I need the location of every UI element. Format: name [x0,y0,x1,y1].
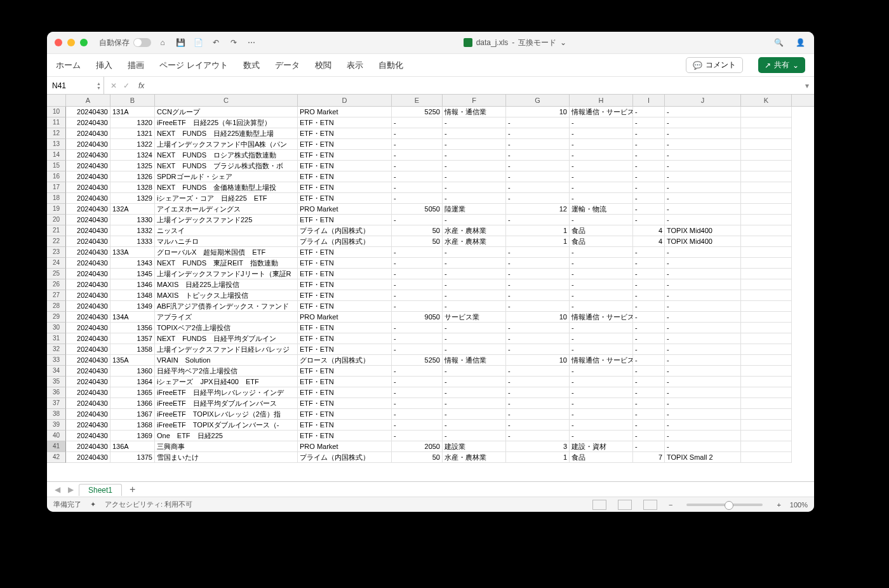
table-row[interactable]: 39202404301368iFreeETF TOPIXダブルインバース（-ET… [47,420,814,431]
cell[interactable]: iFreeETF 日経平均レバレッジ・インデ [155,387,298,398]
cell[interactable]: 1333 [110,236,155,247]
cell[interactable]: 雪国まいたけ [155,452,298,463]
table-row[interactable]: 30202404301356TOPIXベア2倍上場投信ETF・ETN------ [47,323,814,333]
cell[interactable]: - [633,312,665,323]
cell[interactable]: 20240430 [66,377,110,387]
cell[interactable]: ETF・ETN [298,161,392,171]
cell[interactable] [741,355,792,366]
table-row[interactable]: 42202404301375雪国まいたけプライム（内国株式）50水産・農林業1食… [47,452,814,463]
cell[interactable]: - [506,150,570,161]
cell[interactable]: 1 [506,236,570,247]
name-box[interactable]: N41 ▲▼ [47,77,104,94]
select-all-corner[interactable] [47,95,66,106]
cell[interactable]: - [665,171,741,182]
row-header[interactable]: 17 [47,182,66,193]
cell[interactable]: 20240430 [66,171,110,182]
cell[interactable]: iFreeETF TOPIXレバレッジ（2倍）指 [155,409,298,420]
table-row[interactable]: 32202404301358上場インデックスファンド日経レバレッジETF・ETN… [47,344,814,355]
cell[interactable]: - [665,355,741,366]
row-header[interactable]: 21 [47,225,66,236]
cell[interactable]: 20240430 [66,269,110,279]
cell[interactable]: 日経平均ベア2倍上場投信 [155,366,298,377]
cell[interactable]: - [392,323,443,333]
cell[interactable]: - [506,161,570,171]
table-row[interactable]: 26202404301346MAXIS 日経225上場投信ETF・ETN----… [47,279,814,290]
cell[interactable]: 1 [506,452,570,463]
cell[interactable]: MAXIS トピックス上場投信 [155,290,298,301]
row-header[interactable]: 15 [47,161,66,171]
cell[interactable]: 情報通信・サービス [570,312,633,323]
cell[interactable]: - [443,366,506,377]
cell[interactable]: 20240430 [66,452,110,463]
title-filename[interactable]: data_j.xls - 互換モード ⌄ [263,37,767,48]
cell[interactable]: - [392,344,443,355]
cell[interactable]: - [665,301,741,312]
cell[interactable]: - [633,150,665,161]
cell[interactable]: - [506,193,570,204]
table-row[interactable]: 24202404301343NEXT FUNDS 東証REIT 指数連動ETF・… [47,258,814,269]
table-row[interactable]: 31202404301357NEXT FUNDS 日経平均ダブルインETF・ET… [47,333,814,344]
row-header[interactable]: 14 [47,150,66,161]
cell[interactable] [741,215,792,225]
cell[interactable]: - [633,161,665,171]
cell[interactable]: - [570,431,633,441]
cell[interactable]: - [633,387,665,398]
cell[interactable]: - [506,398,570,409]
cell[interactable]: ETF・ETN [298,323,392,333]
cell[interactable]: 情報・通信業 [443,355,506,366]
cell[interactable]: 20240430 [66,355,110,366]
cell[interactable]: ETF・ETN [298,139,392,150]
cell[interactable]: - [633,333,665,344]
cell[interactable]: 2050 [392,441,443,452]
cell[interactable]: - [392,431,443,441]
cell[interactable]: - [443,139,506,150]
cell[interactable] [741,441,792,452]
cell[interactable]: - [443,171,506,182]
cell[interactable]: - [665,279,741,290]
cell[interactable]: - [392,366,443,377]
cell[interactable]: 1346 [110,279,155,290]
cell[interactable]: 132A [110,204,155,215]
cell[interactable]: 20240430 [66,431,110,441]
cell[interactable]: - [665,312,741,323]
table-row[interactable]: 34202404301360日経平均ベア2倍上場投信ETF・ETN------ [47,366,814,377]
zoom-in-icon[interactable]: + [777,501,780,509]
cell[interactable] [741,204,792,215]
cell[interactable] [741,236,792,247]
row-header[interactable]: 36 [47,387,66,398]
table-row[interactable]: 36202404301365iFreeETF 日経平均レバレッジ・インデETF・… [47,387,814,398]
cell[interactable]: 20240430 [66,193,110,204]
view-normal-icon[interactable] [592,500,606,510]
cell[interactable]: - [392,150,443,161]
cell[interactable]: - [570,161,633,171]
cell[interactable]: 20240430 [66,409,110,420]
cell[interactable]: 20240430 [66,215,110,225]
cell[interactable]: - [633,377,665,387]
cell[interactable]: 1326 [110,171,155,182]
cell[interactable]: - [570,344,633,355]
cell[interactable]: - [633,182,665,193]
cell[interactable]: - [633,431,665,441]
col-header[interactable]: D [298,95,392,106]
cell[interactable]: - [506,247,570,258]
cell[interactable]: SPDRゴールド・シェア [155,171,298,182]
cell[interactable]: - [392,182,443,193]
cell[interactable]: 陸運業 [443,204,506,215]
cell[interactable]: - [443,215,506,225]
cell[interactable]: ETF・ETN [298,182,392,193]
table-row[interactable]: 12202404301321NEXT FUNDS 日経225連動型上場ETF・E… [47,128,814,139]
col-header[interactable]: I [633,95,665,106]
share-button[interactable]: ↗ 共有 ⌄ [758,57,805,73]
cell[interactable]: iFreeETF 日経平均ダブルインバース [155,398,298,409]
cell[interactable]: プライム（内国株式） [298,236,392,247]
tab-data[interactable]: データ [275,60,300,71]
cell[interactable]: 1320 [110,117,155,128]
cell[interactable]: 1343 [110,258,155,269]
zoom-out-icon[interactable]: − [669,501,672,509]
cell[interactable]: 20240430 [66,258,110,269]
stepper-icon[interactable]: ▲▼ [97,81,101,90]
cell[interactable]: NEXT FUNDS 日経225連動型上場 [155,128,298,139]
cell[interactable]: - [570,420,633,431]
cell[interactable]: 20240430 [66,204,110,215]
cell[interactable]: - [633,128,665,139]
